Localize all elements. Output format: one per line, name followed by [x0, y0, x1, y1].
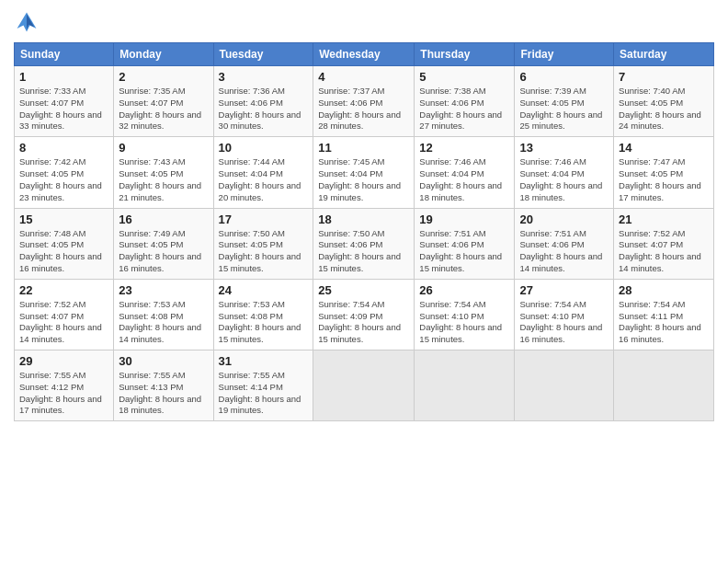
- day-info: Sunrise: 7:43 AMSunset: 4:05 PMDaylight:…: [119, 156, 208, 203]
- page-container: SundayMondayTuesdayWednesdayThursdayFrid…: [0, 0, 728, 431]
- day-number: 3: [219, 70, 309, 84]
- weekday-monday: Monday: [114, 43, 213, 66]
- day-number: 31: [219, 354, 309, 368]
- calendar-cell: 29 Sunrise: 7:55 AMSunset: 4:12 PMDaylig…: [15, 350, 114, 421]
- day-number: 29: [19, 354, 108, 368]
- day-info: Sunrise: 7:55 AMSunset: 4:14 PMDaylight:…: [219, 370, 309, 417]
- calendar-cell: 2 Sunrise: 7:35 AMSunset: 4:07 PMDayligh…: [114, 66, 213, 137]
- day-number: 20: [519, 213, 609, 226]
- calendar-cell: 12 Sunrise: 7:46 AMSunset: 4:04 PMDaylig…: [415, 137, 515, 208]
- day-number: 10: [219, 141, 309, 155]
- calendar-cell: 16 Sunrise: 7:49 AMSunset: 4:05 PMDaylig…: [114, 208, 213, 279]
- day-number: 25: [318, 283, 409, 297]
- day-info: Sunrise: 7:51 AMSunset: 4:06 PMDaylight:…: [519, 228, 609, 275]
- calendar-cell: 3 Sunrise: 7:36 AMSunset: 4:06 PMDayligh…: [213, 66, 313, 137]
- weekday-tuesday: Tuesday: [213, 43, 313, 66]
- weekday-sunday: Sunday: [15, 43, 114, 66]
- day-info: Sunrise: 7:46 AMSunset: 4:04 PMDaylight:…: [519, 156, 609, 203]
- calendar-cell: 25 Sunrise: 7:54 AMSunset: 4:09 PMDaylig…: [313, 279, 415, 350]
- calendar-cell: 10 Sunrise: 7:44 AMSunset: 4:04 PMDaylig…: [213, 137, 313, 208]
- calendar-cell: [415, 350, 515, 421]
- day-number: 7: [619, 70, 709, 84]
- calendar-cell: 14 Sunrise: 7:47 AMSunset: 4:05 PMDaylig…: [614, 137, 714, 208]
- weekday-saturday: Saturday: [614, 43, 714, 66]
- day-info: Sunrise: 7:54 AMSunset: 4:11 PMDaylight:…: [619, 299, 709, 346]
- day-info: Sunrise: 7:53 AMSunset: 4:08 PMDaylight:…: [219, 299, 309, 346]
- day-number: 13: [519, 141, 609, 155]
- day-number: 11: [318, 141, 409, 155]
- calendar-cell: 31 Sunrise: 7:55 AMSunset: 4:14 PMDaylig…: [213, 350, 313, 421]
- day-number: 23: [119, 283, 208, 297]
- calendar-table: SundayMondayTuesdayWednesdayThursdayFrid…: [14, 42, 714, 421]
- calendar-cell: 22 Sunrise: 7:52 AMSunset: 4:07 PMDaylig…: [15, 279, 114, 350]
- day-number: 18: [318, 213, 409, 226]
- day-number: 19: [419, 213, 509, 226]
- calendar-cell: 28 Sunrise: 7:54 AMSunset: 4:11 PMDaylig…: [614, 279, 714, 350]
- logo-icon: [14, 9, 40, 35]
- day-info: Sunrise: 7:45 AMSunset: 4:04 PMDaylight:…: [318, 156, 409, 203]
- day-info: Sunrise: 7:55 AMSunset: 4:13 PMDaylight:…: [119, 370, 208, 417]
- calendar-cell: 9 Sunrise: 7:43 AMSunset: 4:05 PMDayligh…: [114, 137, 213, 208]
- day-number: 30: [119, 354, 208, 368]
- day-info: Sunrise: 7:52 AMSunset: 4:07 PMDaylight:…: [619, 228, 709, 275]
- day-info: Sunrise: 7:35 AMSunset: 4:07 PMDaylight:…: [119, 86, 208, 132]
- day-info: Sunrise: 7:44 AMSunset: 4:04 PMDaylight:…: [219, 156, 309, 203]
- calendar-cell: [515, 350, 614, 421]
- day-info: Sunrise: 7:47 AMSunset: 4:05 PMDaylight:…: [619, 156, 709, 203]
- day-number: 4: [318, 70, 409, 84]
- calendar-cell: 17 Sunrise: 7:50 AMSunset: 4:05 PMDaylig…: [213, 208, 313, 279]
- day-number: 26: [419, 283, 509, 297]
- day-info: Sunrise: 7:54 AMSunset: 4:09 PMDaylight:…: [318, 299, 409, 346]
- day-info: Sunrise: 7:53 AMSunset: 4:08 PMDaylight:…: [119, 299, 208, 346]
- calendar-cell: [614, 350, 714, 421]
- calendar-cell: 26 Sunrise: 7:54 AMSunset: 4:10 PMDaylig…: [415, 279, 515, 350]
- day-info: Sunrise: 7:52 AMSunset: 4:07 PMDaylight:…: [19, 299, 108, 346]
- day-number: 28: [619, 283, 709, 297]
- calendar-cell: 11 Sunrise: 7:45 AMSunset: 4:04 PMDaylig…: [313, 137, 415, 208]
- calendar-cell: [313, 350, 415, 421]
- day-number: 2: [119, 70, 208, 84]
- calendar-cell: 13 Sunrise: 7:46 AMSunset: 4:04 PMDaylig…: [515, 137, 614, 208]
- day-info: Sunrise: 7:39 AMSunset: 4:05 PMDaylight:…: [519, 86, 609, 132]
- day-number: 5: [419, 70, 509, 84]
- day-number: 15: [19, 213, 108, 226]
- calendar-cell: 5 Sunrise: 7:38 AMSunset: 4:06 PMDayligh…: [415, 66, 515, 137]
- calendar-cell: 1 Sunrise: 7:33 AMSunset: 4:07 PMDayligh…: [15, 66, 114, 137]
- day-info: Sunrise: 7:51 AMSunset: 4:06 PMDaylight:…: [419, 228, 509, 275]
- calendar-cell: 24 Sunrise: 7:53 AMSunset: 4:08 PMDaylig…: [213, 279, 313, 350]
- weekday-friday: Friday: [515, 43, 614, 66]
- calendar-week-1: 1 Sunrise: 7:33 AMSunset: 4:07 PMDayligh…: [15, 66, 714, 137]
- day-info: Sunrise: 7:50 AMSunset: 4:05 PMDaylight:…: [219, 228, 309, 275]
- calendar-cell: 18 Sunrise: 7:50 AMSunset: 4:06 PMDaylig…: [313, 208, 415, 279]
- calendar-week-4: 22 Sunrise: 7:52 AMSunset: 4:07 PMDaylig…: [15, 279, 714, 350]
- calendar-week-5: 29 Sunrise: 7:55 AMSunset: 4:12 PMDaylig…: [15, 350, 714, 421]
- day-info: Sunrise: 7:54 AMSunset: 4:10 PMDaylight:…: [519, 299, 609, 346]
- day-info: Sunrise: 7:38 AMSunset: 4:06 PMDaylight:…: [419, 86, 509, 132]
- day-number: 1: [19, 70, 108, 84]
- calendar-week-2: 8 Sunrise: 7:42 AMSunset: 4:05 PMDayligh…: [15, 137, 714, 208]
- day-number: 24: [219, 283, 309, 297]
- day-number: 16: [119, 213, 208, 226]
- calendar-cell: 8 Sunrise: 7:42 AMSunset: 4:05 PMDayligh…: [15, 137, 114, 208]
- calendar-cell: 7 Sunrise: 7:40 AMSunset: 4:05 PMDayligh…: [614, 66, 714, 137]
- calendar-cell: 20 Sunrise: 7:51 AMSunset: 4:06 PMDaylig…: [515, 208, 614, 279]
- day-info: Sunrise: 7:48 AMSunset: 4:05 PMDaylight:…: [19, 228, 108, 275]
- day-number: 8: [19, 141, 108, 155]
- calendar-cell: 27 Sunrise: 7:54 AMSunset: 4:10 PMDaylig…: [515, 279, 614, 350]
- calendar-cell: 30 Sunrise: 7:55 AMSunset: 4:13 PMDaylig…: [114, 350, 213, 421]
- day-info: Sunrise: 7:40 AMSunset: 4:05 PMDaylight:…: [619, 86, 709, 132]
- day-info: Sunrise: 7:42 AMSunset: 4:05 PMDaylight:…: [19, 156, 108, 203]
- day-info: Sunrise: 7:55 AMSunset: 4:12 PMDaylight:…: [19, 370, 108, 417]
- calendar-week-3: 15 Sunrise: 7:48 AMSunset: 4:05 PMDaylig…: [15, 208, 714, 279]
- calendar-cell: 6 Sunrise: 7:39 AMSunset: 4:05 PMDayligh…: [515, 66, 614, 137]
- day-number: 27: [519, 283, 609, 297]
- day-info: Sunrise: 7:46 AMSunset: 4:04 PMDaylight:…: [419, 156, 509, 203]
- logo: [14, 9, 43, 35]
- calendar-body: 1 Sunrise: 7:33 AMSunset: 4:07 PMDayligh…: [15, 66, 714, 421]
- day-info: Sunrise: 7:50 AMSunset: 4:06 PMDaylight:…: [318, 228, 409, 275]
- day-info: Sunrise: 7:49 AMSunset: 4:05 PMDaylight:…: [119, 228, 208, 275]
- weekday-wednesday: Wednesday: [313, 43, 415, 66]
- calendar-cell: 15 Sunrise: 7:48 AMSunset: 4:05 PMDaylig…: [15, 208, 114, 279]
- day-number: 21: [619, 213, 709, 226]
- calendar-cell: 4 Sunrise: 7:37 AMSunset: 4:06 PMDayligh…: [313, 66, 415, 137]
